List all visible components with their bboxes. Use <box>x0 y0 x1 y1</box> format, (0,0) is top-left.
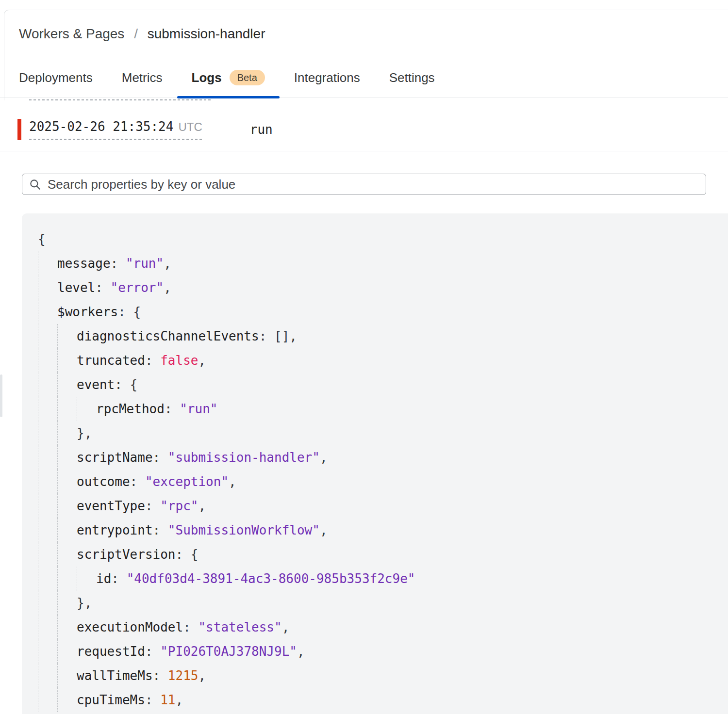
json-line: truncated: false, <box>38 348 718 373</box>
json-token-string: "error" <box>111 276 164 300</box>
log-message-preview: run <box>250 122 273 137</box>
json-token-punct: , <box>164 251 171 276</box>
json-token-string: "submission-handler" <box>168 445 320 470</box>
json-token-punct: , <box>297 639 305 664</box>
json-token-punct: : <box>95 276 110 300</box>
scrollbar-thumb[interactable] <box>0 374 2 417</box>
json-token-string: "40df03d4-3891-4ac3-8600-985b353f2c9e" <box>127 567 415 591</box>
json-line: id: "40df03d4-3891-4ac3-8600-985b353f2c9… <box>38 567 718 591</box>
indent-guide <box>38 373 57 397</box>
indent-guide <box>38 688 57 712</box>
indent-guide <box>38 470 57 494</box>
json-line: scriptName: "submission-handler", <box>38 445 718 470</box>
json-token-string: "SubmissionWorkflow" <box>168 518 320 542</box>
json-token-punct: , <box>320 445 328 470</box>
json-token-punct: : { <box>176 542 199 567</box>
indent-guide <box>57 445 77 470</box>
json-line: executionModel: "stateless", <box>38 615 718 639</box>
json-token-punct: : <box>145 348 160 373</box>
json-line: }, <box>38 591 718 615</box>
search-bar <box>22 174 728 195</box>
json-token-string: "stateless" <box>198 615 281 639</box>
indent-guide <box>57 518 77 542</box>
indent-guide <box>38 494 57 518</box>
json-token-key: scriptName <box>77 445 153 470</box>
json-token-boolean: false <box>160 348 198 373</box>
json-line: scriptVersion: { <box>38 542 718 567</box>
json-token-key: diagnosticsChannelEvents <box>77 324 259 348</box>
json-token-key: scriptVersion <box>77 542 176 567</box>
json-token-punct: : { <box>118 300 141 324</box>
json-token-punct: , <box>176 688 183 712</box>
json-token-key: message <box>57 251 111 276</box>
breadcrumb-separator: / <box>134 26 138 41</box>
indent-guide <box>38 639 57 664</box>
json-token-punct: }, <box>77 421 92 445</box>
indent-guide <box>57 591 77 615</box>
search-input[interactable] <box>22 174 706 195</box>
json-viewer: {message: "run",level: "error",$workers:… <box>22 213 728 714</box>
indent-guide <box>38 567 57 591</box>
json-token-key: requestId <box>77 639 145 664</box>
json-token-punct: : <box>111 251 126 276</box>
json-token-punct: : <box>153 664 168 688</box>
indent-guide <box>38 251 57 276</box>
json-token-key: wallTimeMs <box>77 664 153 688</box>
indent-guide <box>57 348 77 373</box>
tab-settings[interactable]: Settings <box>375 70 449 97</box>
indent-guide <box>38 421 57 445</box>
indent-guide <box>38 542 57 567</box>
json-line: outcome: "exception", <box>38 470 718 494</box>
indent-guide <box>77 397 96 421</box>
json-line: diagnosticsChannelEvents: [], <box>38 324 718 348</box>
json-token-punct: , <box>198 494 206 518</box>
indent-guide <box>57 664 77 688</box>
json-token-key: event <box>77 373 115 397</box>
indent-guide <box>38 300 57 324</box>
json-line: }, <box>38 421 718 445</box>
indent-guide <box>57 470 77 494</box>
json-token-punct: : <box>165 397 180 421</box>
previous-log-timestamp-underline <box>29 99 212 100</box>
tab-settings-label: Settings <box>389 70 435 85</box>
json-token-punct: : <box>183 615 198 639</box>
indent-guide <box>38 324 57 348</box>
indent-guide <box>38 615 57 639</box>
tab-metrics[interactable]: Metrics <box>107 70 177 97</box>
json-token-punct: , <box>229 470 236 494</box>
json-line: level: "error", <box>38 276 718 300</box>
json-line: wallTimeMs: 1215, <box>38 664 718 688</box>
tab-logs-label: Logs <box>192 70 222 85</box>
json-token-punct: , <box>282 615 290 639</box>
json-token-key: truncated <box>77 348 145 373</box>
log-entry-row[interactable]: 2025-02-26 21:35:24UTC run <box>17 119 273 140</box>
json-token-string: "rpc" <box>160 494 198 518</box>
indent-guide <box>77 567 96 591</box>
json-token-punct: : <box>145 639 160 664</box>
breadcrumb: Workers & Pages / submission-handler <box>0 0 728 42</box>
log-timestamp-value: 2025-02-26 21:35:24 <box>29 119 173 134</box>
tab-integrations[interactable]: Integrations <box>280 70 375 97</box>
json-token-string: "run" <box>126 251 164 276</box>
breadcrumb-current-worker: submission-handler <box>148 26 265 41</box>
indent-guide <box>57 639 77 664</box>
json-token-punct: : [], <box>259 324 297 348</box>
tab-metrics-label: Metrics <box>122 70 163 85</box>
error-level-indicator <box>17 119 21 140</box>
log-timestamp[interactable]: 2025-02-26 21:35:24UTC <box>29 119 202 140</box>
indent-guide <box>57 324 77 348</box>
json-token-punct: : <box>145 688 160 712</box>
json-line: requestId: "PI026T0AJ378NJ9L", <box>38 639 718 664</box>
indent-guide <box>38 518 57 542</box>
json-line: entrypoint: "SubmissionWorkflow", <box>38 518 718 542</box>
indent-guide <box>38 348 57 373</box>
json-token-key: cpuTimeMs <box>77 688 145 712</box>
indent-guide <box>38 591 57 615</box>
breadcrumb-workers-pages[interactable]: Workers & Pages <box>19 26 124 41</box>
tab-deployments[interactable]: Deployments <box>19 70 107 97</box>
json-token-punct: : <box>145 494 160 518</box>
json-line: rpcMethod: "run" <box>38 397 718 421</box>
json-token-punct: { <box>38 227 46 251</box>
tab-logs[interactable]: Logs Beta <box>177 70 280 97</box>
json-token-key: entrypoint <box>77 518 153 542</box>
